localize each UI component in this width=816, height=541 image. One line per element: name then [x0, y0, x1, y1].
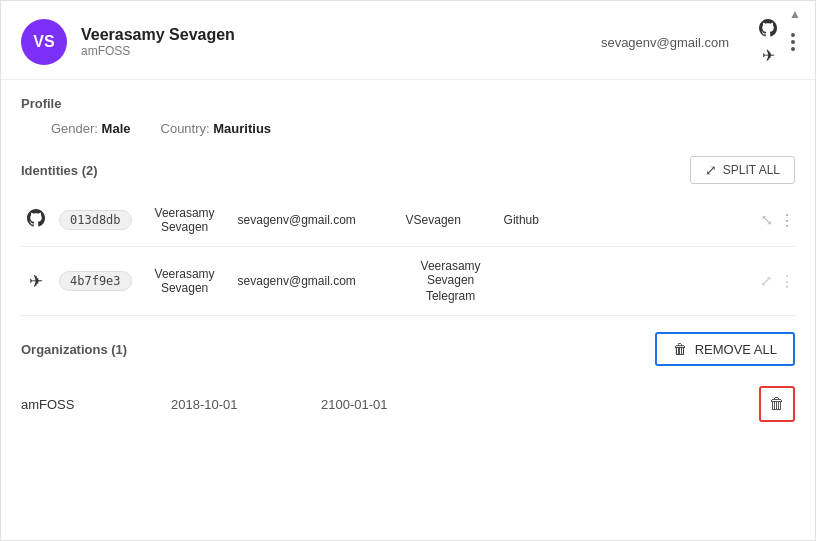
user-email: sevagenv@gmail.com [601, 35, 729, 50]
user-info: Veerasamy Sevagen amFOSS [81, 26, 601, 58]
github-icon[interactable] [759, 19, 777, 42]
header-more-menu[interactable] [791, 33, 795, 51]
split-identity-1-icon[interactable]: ⤢ [760, 211, 773, 229]
identity-hash-2: 4b7f9e3 [59, 271, 132, 291]
user-org: amFOSS [81, 44, 601, 58]
gender-field: Gender: Male [51, 121, 131, 136]
remove-all-label: REMOVE ALL [695, 342, 777, 357]
identity-extra-2: VeerasamySevagenTelegram [406, 259, 496, 303]
identities-section-title: Identities (2) [21, 163, 98, 178]
split-all-label: SPLIT ALL [723, 163, 780, 177]
remove-all-button[interactable]: 🗑 REMOVE ALL [655, 332, 795, 366]
user-name: Veerasamy Sevagen [81, 26, 601, 44]
identity-name-1: VeerasamySevagen [140, 206, 230, 234]
org-delete-button[interactable]: 🗑 [759, 386, 795, 422]
country-field: Country: Mauritius [161, 121, 272, 136]
telegram-identity-icon: ✈ [21, 271, 51, 292]
identity-row-telegram: ✈ 4b7f9e3 VeerasamySevagen sevagenv@gmai… [21, 247, 795, 316]
gender-value: Male [102, 121, 131, 136]
identities-header: Identities (2) ⤢ SPLIT ALL [21, 156, 795, 184]
telegram-icon[interactable]: ✈ [762, 46, 775, 65]
profile-section-title: Profile [21, 96, 795, 111]
identity-2-more-icon[interactable]: ⋮ [779, 272, 795, 291]
org-row-amfoss: amFOSS 2018-10-01 2100-01-01 🗑 [21, 376, 795, 432]
org-delete-trash-icon: 🗑 [769, 395, 785, 413]
split-all-button[interactable]: ⤢ SPLIT ALL [690, 156, 795, 184]
org-date-to: 2100-01-01 [321, 397, 461, 412]
org-name: amFOSS [21, 397, 161, 412]
user-header: VS Veerasamy Sevagen amFOSS sevagenv@gma… [1, 1, 815, 80]
split-all-icon: ⤢ [705, 162, 717, 178]
identity-name-2: VeerasamySevagen [140, 267, 230, 295]
organizations-section-title: Organizations (1) [21, 342, 127, 357]
identity-email-2: sevagenv@gmail.com [238, 274, 398, 288]
split-identity-2-icon[interactable]: ⤢ [760, 272, 773, 290]
main-container: ▲ VS Veerasamy Sevagen amFOSS sevagenv@g… [0, 0, 816, 541]
gender-label: Gender: [51, 121, 98, 136]
organizations-header: Organizations (1) 🗑 REMOVE ALL [21, 332, 795, 366]
avatar: VS [21, 19, 67, 65]
country-label: Country: [161, 121, 210, 136]
identity-row-github: 013d8db VeerasamySevagen sevagenv@gmail.… [21, 194, 795, 247]
remove-all-trash-icon: 🗑 [673, 341, 687, 357]
identity-hash-1: 013d8db [59, 210, 132, 230]
country-value: Mauritius [213, 121, 271, 136]
profile-fields: Gender: Male Country: Mauritius [21, 121, 795, 136]
identity-email-1: sevagenv@gmail.com [238, 213, 398, 227]
org-date-from: 2018-10-01 [171, 397, 311, 412]
header-social-icons: ✈ [759, 19, 777, 65]
identity-1-more-icon[interactable]: ⋮ [779, 211, 795, 230]
identity-source-1: Github [504, 213, 539, 227]
github-identity-icon [21, 209, 51, 231]
identity-actions-2: ⤢ ⋮ [760, 272, 795, 291]
content-area: Profile Gender: Male Country: Mauritius … [1, 80, 815, 448]
identity-actions-1: ⤢ ⋮ [760, 211, 795, 230]
identity-extra-1: VSevagen [406, 213, 496, 227]
